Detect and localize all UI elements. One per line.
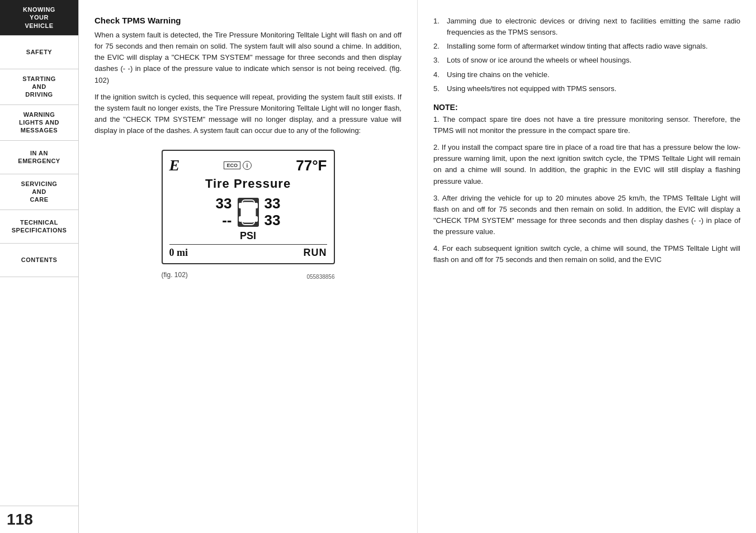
val-top-left: 33 (216, 196, 232, 212)
sidebar-item-servicing-and-care[interactable]: SERVICING AND CARE (0, 174, 78, 210)
figure-left-values: 33 -- (216, 196, 232, 229)
list-item-2: 2.Installing some form of aftermarket wi… (433, 41, 740, 52)
list-num: 3. (433, 55, 443, 66)
list-text: Jamming due to electronic devices or dri… (447, 16, 740, 38)
figure-102: E ECO i 77°F Tire Pressure 33 -- (162, 150, 335, 264)
left-column: Check TPMS Warning When a system fault i… (79, 0, 418, 533)
page-number-value: 118 (7, 511, 33, 529)
val-bottom-right: 33 (264, 212, 281, 229)
list-num: 4. (433, 69, 443, 80)
sidebar-item-technical-specifications[interactable]: TECHNICAL SPECIFICATIONS (0, 210, 78, 244)
sidebar-item-contents[interactable]: CONTENTS (0, 244, 78, 277)
figure-icons: ECO i (224, 161, 252, 170)
eco-icon: ECO (224, 161, 240, 169)
sidebar-item-in-an-emergency[interactable]: IN AN EMERGENCY (0, 141, 78, 174)
list-num: 5. (433, 83, 443, 94)
figure-top-row: E ECO i 77°F (169, 156, 327, 174)
val-top-right: 33 (264, 196, 281, 212)
paragraph-2: If the ignition switch is cycled, this s… (94, 92, 401, 137)
list-item-1: 1.Jamming due to electronic devices or d… (433, 16, 740, 38)
list-item-5: 5.Using wheels/tires not equipped with T… (433, 83, 740, 94)
list-text: Lots of snow or ice around the wheels or… (447, 55, 631, 66)
list-item-4: 4.Using tire chains on the vehicle. (433, 69, 740, 80)
sidebar-item-safety[interactable]: SAFETY (0, 36, 78, 69)
figure-right-values: 33 33 (264, 196, 281, 229)
figure-run: RUN (304, 247, 327, 259)
paragraph-1: When a system fault is detected, the Tir… (94, 30, 401, 86)
figure-temp: 77°F (296, 157, 327, 174)
car-icon (238, 198, 259, 227)
sidebar-item-knowing-your-vehicle[interactable]: KNOWING YOUR VEHICLE (0, 0, 78, 36)
info-icon: i (243, 161, 252, 170)
svg-rect-5 (254, 216, 258, 222)
figure-omi: 0 mi (169, 247, 188, 259)
svg-rect-0 (241, 202, 256, 222)
svg-rect-2 (239, 203, 242, 208)
section-title: Check TPMS Warning (94, 16, 401, 25)
list-num: 1. (433, 16, 443, 38)
figure-caption: (fig. 102) (162, 271, 188, 279)
figure-values-row: 33 -- (169, 196, 327, 229)
right-column: 1.Jamming due to electronic devices or d… (418, 0, 756, 533)
tire-pressure-label: Tire Pressure (169, 177, 327, 191)
list-text: Using wheels/tires not equipped with TPM… (447, 83, 616, 94)
figure-bottom-row: 0 mi RUN (169, 247, 327, 259)
svg-rect-4 (239, 216, 242, 222)
list-item-3: 3.Lots of snow or ice around the wheels … (433, 55, 740, 66)
sidebar-item-warning-lights[interactable]: WARNING LIGHTS AND MESSAGES (0, 105, 78, 141)
note-section: NOTE: 1. The compact spare tire does not… (433, 103, 740, 272)
list-num: 2. (433, 41, 443, 52)
psi-label: PSI (169, 230, 327, 242)
note-1: 1. The compact spare tire does not have … (433, 114, 740, 136)
figure-code: 055838856 (306, 274, 334, 280)
figure-divider (169, 244, 327, 245)
note-2: 2. If you install the compact spare tire… (433, 142, 740, 187)
numbered-list: 1.Jamming due to electronic devices or d… (433, 16, 740, 97)
note-3: 3. After driving the vehicle for up to 2… (433, 193, 740, 238)
svg-rect-3 (254, 203, 258, 208)
sidebar: KNOWING YOUR VEHICLESAFETYSTARTING AND D… (0, 0, 79, 533)
figure-e-label: E (169, 156, 180, 174)
note-4: 4. For each subsequent ignition switch c… (433, 243, 740, 265)
page-number: 118 (0, 506, 79, 533)
val-bottom-left: -- (222, 212, 231, 229)
main-content: Check TPMS Warning When a system fault i… (79, 0, 756, 533)
note-title: NOTE: (433, 103, 740, 112)
list-text: Using tire chains on the vehicle. (447, 69, 550, 80)
sidebar-item-starting-and-driving[interactable]: STARTING AND DRIVING (0, 69, 78, 105)
list-text: Installing some form of aftermarket wind… (447, 41, 708, 52)
